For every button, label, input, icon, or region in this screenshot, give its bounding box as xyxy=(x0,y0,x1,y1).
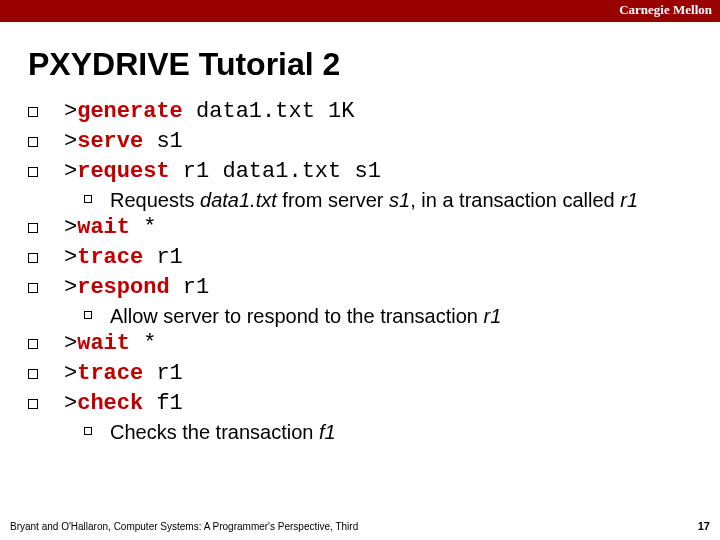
command-keyword: wait xyxy=(77,215,130,240)
note-text: Checks the transaction f1 xyxy=(110,420,336,444)
note-item: Requests data1.txt from server s1, in a … xyxy=(84,188,688,212)
bullet-icon xyxy=(28,223,38,233)
note-item: Checks the transaction f1 xyxy=(84,420,688,444)
bullet-icon xyxy=(28,283,38,293)
slide: Carnegie Mellon PXYDRIVE Tutorial 2 >gen… xyxy=(0,0,720,540)
bullet-icon xyxy=(84,427,92,435)
slide-body: >generate data1.txt 1K>serve s1>request … xyxy=(28,98,688,446)
command-keyword: wait xyxy=(77,331,130,356)
command-keyword: trace xyxy=(77,245,143,270)
command-text: >respond r1 xyxy=(64,274,209,302)
top-bar: Carnegie Mellon xyxy=(0,0,720,22)
command-keyword: request xyxy=(77,159,169,184)
command-text: >check f1 xyxy=(64,390,183,418)
command-item: >trace r1 xyxy=(28,244,688,272)
note-item: Allow server to respond to the transacti… xyxy=(84,304,688,328)
bullet-icon xyxy=(84,195,92,203)
slide-title: PXYDRIVE Tutorial 2 xyxy=(28,46,340,83)
command-text: >trace r1 xyxy=(64,244,183,272)
bullet-icon xyxy=(28,167,38,177)
command-text: >trace r1 xyxy=(64,360,183,388)
command-keyword: trace xyxy=(77,361,143,386)
command-item: >trace r1 xyxy=(28,360,688,388)
title-rest: Tutorial 2 xyxy=(190,46,341,82)
command-text: >request r1 data1.txt s1 xyxy=(64,158,381,186)
bullet-icon xyxy=(28,137,38,147)
bullet-icon xyxy=(28,107,38,117)
command-item: >request r1 data1.txt s1 xyxy=(28,158,688,186)
page-number: 17 xyxy=(698,520,710,532)
command-item: >generate data1.txt 1K xyxy=(28,98,688,126)
bullet-icon xyxy=(28,369,38,379)
command-text: >generate data1.txt 1K xyxy=(64,98,354,126)
command-text: >serve s1 xyxy=(64,128,183,156)
bullet-icon xyxy=(84,311,92,319)
command-item: >wait * xyxy=(28,214,688,242)
command-item: >wait * xyxy=(28,330,688,358)
title-smallcaps: PXYDRIVE xyxy=(28,46,190,82)
note-text: Requests data1.txt from server s1, in a … xyxy=(110,188,638,212)
bullet-icon xyxy=(28,399,38,409)
command-item: >respond r1 xyxy=(28,274,688,302)
command-keyword: serve xyxy=(77,129,143,154)
command-keyword: respond xyxy=(77,275,169,300)
command-item: >serve s1 xyxy=(28,128,688,156)
command-keyword: generate xyxy=(77,99,183,124)
command-item: >check f1 xyxy=(28,390,688,418)
bullet-icon xyxy=(28,253,38,263)
footer: Bryant and O'Hallaron, Computer Systems:… xyxy=(10,520,710,532)
command-keyword: check xyxy=(77,391,143,416)
command-text: >wait * xyxy=(64,330,156,358)
brand-label: Carnegie Mellon xyxy=(619,2,712,18)
bullet-icon xyxy=(28,339,38,349)
note-text: Allow server to respond to the transacti… xyxy=(110,304,501,328)
footer-text: Bryant and O'Hallaron, Computer Systems:… xyxy=(10,521,358,532)
command-text: >wait * xyxy=(64,214,156,242)
